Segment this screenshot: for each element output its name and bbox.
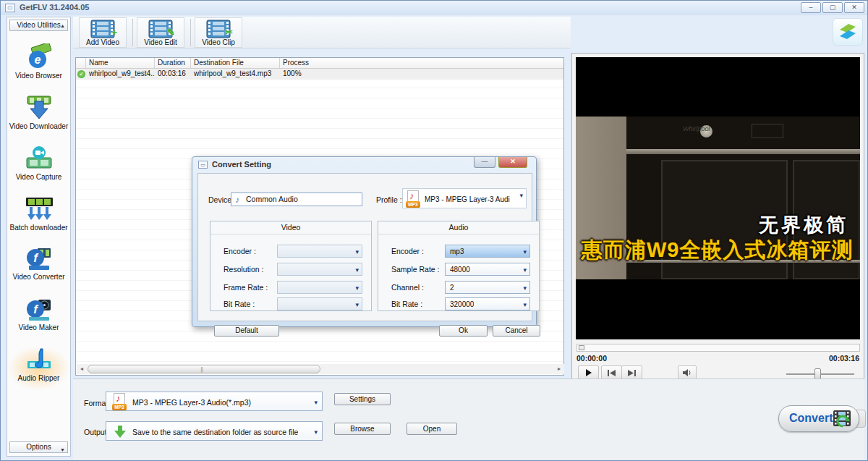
dialog-body: Device ♪ Common Audio Profile : ♪MP3 MP3… — [197, 173, 532, 321]
video-edit-button[interactable]: ✎ Video Edit — [137, 17, 184, 48]
toolbar-separator — [190, 19, 191, 46]
ok-button[interactable]: Ok — [439, 325, 488, 337]
convert-button[interactable]: Convert — [778, 405, 859, 432]
table-row[interactable]: ✓ whirlpool_w9_test4... 00:03:16 whirlpo… — [76, 69, 563, 80]
seek-thumb[interactable] — [579, 345, 584, 350]
play-button[interactable] — [578, 365, 599, 379]
audio-bit-rate-label: Bit Rate : — [391, 300, 422, 308]
audio-encoder-value: mp3 — [450, 248, 464, 255]
close-button[interactable]: ✕ — [844, 2, 864, 13]
play-icon — [585, 369, 592, 376]
audio-groupbox: Audio Encoder : mp3▾ Sample Rate : 48000… — [378, 221, 540, 311]
column-duration[interactable]: Duration — [155, 58, 191, 68]
column-process[interactable]: Process — [280, 58, 563, 68]
audio-bit-rate-dropdown[interactable]: 320000▾ — [445, 297, 530, 310]
toolbar: + Add Video ✎ Video Edit ✂ Video Clip — [73, 17, 571, 48]
audio-ripper-icon — [23, 346, 55, 373]
chevron-down-icon: ▾ — [355, 301, 359, 308]
browse-button[interactable]: Browse — [334, 423, 391, 435]
sidebar-item-audio-ripper[interactable]: Audio Ripper — [7, 346, 70, 391]
toolbar-button-label: Video Edit — [137, 38, 184, 46]
column-status[interactable] — [76, 58, 86, 68]
dialog-close-button[interactable]: ✕ — [498, 157, 527, 168]
chevron-down-icon: ▾ — [314, 428, 318, 436]
output-dropdown[interactable]: Save to the same destination folder as s… — [106, 421, 323, 441]
frame-rate-dropdown[interactable]: ▾ — [277, 281, 362, 294]
volume-thumb[interactable] — [814, 368, 821, 379]
current-time: 00:00:00 — [576, 354, 607, 363]
video-overlay-subtitle: 惠而浦W9全嵌入式冰箱评测 — [582, 236, 854, 265]
previous-button[interactable] — [601, 365, 622, 379]
sidebar-item-video-converter[interactable]: f Video Converter — [7, 245, 70, 289]
profile-dropdown[interactable]: ♪MP3 MP3 - MPEG Layer-3 Audio(*.mp3) ▾ — [402, 188, 527, 208]
video-groupbox: Video Encoder : ▾ Resolution : ▾ Frame R… — [210, 221, 372, 311]
video-bit-rate-dropdown[interactable]: ▾ — [277, 297, 362, 310]
dialog-minimize-button[interactable]: — — [474, 157, 495, 168]
scroll-right-icon[interactable]: ▸ — [554, 364, 564, 374]
video-capture-icon — [23, 145, 55, 172]
open-button[interactable]: Open — [407, 423, 457, 435]
format-value: MP3 - MPEG Layer-3 Audio(*.mp3) — [132, 398, 251, 407]
channel-label: Channel : — [391, 283, 424, 292]
maximize-button[interactable]: ▢ — [822, 2, 843, 13]
chevron-down-icon: ▼ — [60, 445, 65, 455]
dialog-titlebar[interactable]: ▭ Convert Setting — ✕ — [192, 157, 536, 173]
settings-button[interactable]: Settings — [334, 393, 391, 405]
chevron-down-icon: ▾ — [523, 266, 527, 274]
toolbar-separator — [132, 19, 133, 46]
video-encoder-dropdown[interactable]: ▾ — [277, 245, 362, 258]
format-dropdown[interactable]: ♪MP3 MP3 - MPEG Layer-3 Audio(*.mp3) ▾ — [106, 392, 323, 411]
video-group-title: Video — [210, 221, 371, 234]
sample-rate-dropdown[interactable]: 48000▾ — [445, 263, 530, 276]
cancel-button[interactable]: Cancel — [493, 325, 540, 337]
sidebar-header-video-utilities[interactable]: Video Utilities ▲ — [9, 20, 68, 31]
getflv-logo — [833, 18, 863, 46]
video-clip-button[interactable]: ✂ Video Clip — [195, 17, 242, 48]
metal-strip — [626, 149, 860, 154]
video-preview-panel: Whirlpool 无界极简 惠而浦W9全嵌入式冰箱评测 00:00:00 00… — [571, 53, 864, 384]
options-label: Options — [26, 443, 51, 451]
batch-downloader-icon — [23, 195, 55, 223]
sidebar-item-video-capture[interactable]: Video Capture — [7, 145, 70, 190]
column-name[interactable]: Name — [86, 58, 155, 68]
horizontal-scrollbar[interactable]: ◂ ∥ ▸ — [77, 364, 564, 374]
window-title: GetFLV 31.2404.05 — [20, 3, 89, 12]
output-value: Save to the same destination folder as s… — [132, 428, 298, 436]
app-icon: ▭ — [5, 4, 15, 12]
collapse-up-icon: ▲ — [60, 21, 65, 31]
convert-setting-dialog: ▭ Convert Setting — ✕ Device ♪ Common Au… — [192, 156, 537, 327]
scroll-left-icon[interactable]: ◂ — [77, 364, 87, 374]
minimize-button[interactable]: – — [801, 2, 821, 13]
resolution-dropdown[interactable]: ▾ — [277, 263, 362, 276]
sidebar-item-batch-downloader[interactable]: Batch downloader — [7, 195, 70, 240]
sidebar-item-label: Audio Ripper — [7, 374, 70, 382]
bottom-panel: Format: ♪MP3 MP3 - MPEG Layer-3 Audio(*.… — [73, 378, 864, 460]
audio-encoder-dropdown[interactable]: mp3▾ — [445, 245, 530, 258]
sidebar-item-video-browser[interactable]: e Video Browser — [7, 43, 70, 88]
skip-back-icon — [608, 370, 616, 376]
sidebar-item-video-maker[interactable]: f Video Maker — [7, 295, 70, 340]
oven-display — [752, 124, 783, 138]
device-value: Common Audio — [246, 195, 298, 203]
column-destination[interactable]: Destination File — [191, 58, 280, 68]
audio-group-title: Audio — [378, 221, 539, 234]
scrollbar-thumb[interactable]: ∥ — [88, 365, 320, 373]
seek-bar[interactable] — [576, 344, 860, 352]
speaker-icon — [683, 369, 692, 376]
file-list-header: Name Duration Destination File Process — [76, 58, 563, 69]
window-titlebar[interactable]: ▭ GetFLV 31.2404.05 – ▢ ✕ — [1, 1, 867, 15]
skip-forward-icon — [628, 370, 636, 376]
channel-dropdown[interactable]: 2▾ — [445, 281, 530, 294]
sidebar-item-label: Video Converter — [7, 273, 70, 281]
video-maker-icon: f — [23, 295, 55, 323]
sidebar-item-label: Video Capture — [7, 173, 70, 181]
sidebar-footer-options[interactable]: Options ▼ — [9, 441, 68, 453]
device-field[interactable]: ♪ Common Audio — [231, 193, 362, 206]
sidebar-item-video-downloader[interactable]: Video Downloader — [7, 94, 70, 139]
next-button[interactable] — [621, 365, 642, 379]
default-button[interactable]: Default — [214, 325, 279, 337]
add-video-button[interactable]: + Add Video — [79, 17, 127, 48]
chevron-down-icon: ▾ — [523, 248, 527, 255]
app-window: ▭ GetFLV 31.2404.05 – ▢ ✕ Video Utilitie… — [0, 0, 868, 461]
mute-button[interactable] — [678, 365, 697, 379]
